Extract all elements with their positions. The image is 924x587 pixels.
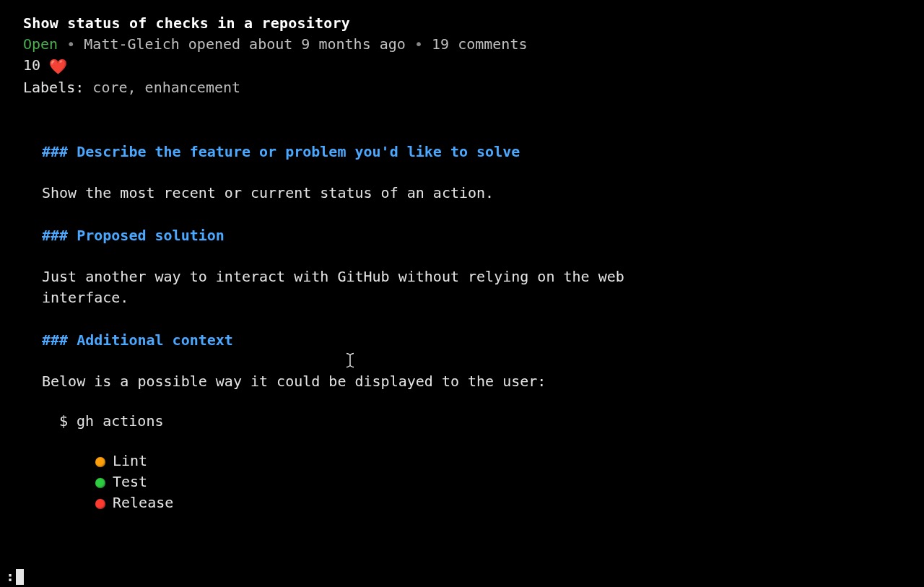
- action-name: Lint: [113, 451, 147, 471]
- issue-body: ### Describe the feature or problem you'…: [0, 98, 924, 513]
- issue-opened-relative: about 9 months ago: [249, 35, 406, 53]
- separator-dot-icon: •: [414, 35, 423, 53]
- action-name: Release: [113, 492, 173, 513]
- status-dot-icon: [95, 499, 105, 509]
- issue-header: Show status of checks in a repository Op…: [0, 13, 924, 98]
- pager-prompt-colon: :: [6, 566, 14, 587]
- example-output-list: Lint Test Release: [42, 451, 882, 513]
- issue-labels-line: Labels: core, enhancement: [23, 77, 901, 98]
- issue-comments-count: 19: [432, 35, 449, 53]
- section-text-describe: Show the most recent or current status o…: [42, 183, 706, 204]
- terminal-cursor-icon: [16, 569, 24, 585]
- labels-key: Labels:: [23, 79, 84, 96]
- pager-prompt[interactable]: :: [6, 566, 24, 587]
- reaction-count: 10: [23, 56, 40, 74]
- section-text-proposed: Just another way to interact with GitHub…: [42, 266, 706, 308]
- section-heading-context: ### Additional context: [42, 330, 882, 351]
- list-item: Test: [95, 471, 882, 492]
- terminal-screen: Show status of checks in a repository Op…: [0, 0, 924, 587]
- section-heading-proposed: ### Proposed solution: [42, 225, 882, 246]
- issue-author: Matt-Gleich: [84, 35, 179, 53]
- heart-icon: ❤️: [49, 58, 67, 75]
- issue-reactions: 10 ❤️: [23, 55, 901, 77]
- labels-values: core, enhancement: [92, 79, 240, 96]
- section-heading-describe: ### Describe the feature or problem you'…: [42, 142, 882, 162]
- opened-word: opened: [188, 35, 240, 53]
- list-item: Lint: [95, 451, 882, 471]
- issue-title: Show status of checks in a repository: [23, 13, 901, 34]
- issue-status-open: Open: [23, 35, 58, 53]
- issue-meta-line: Open • Matt-Gleich opened about 9 months…: [23, 34, 901, 55]
- separator-dot-icon: •: [66, 35, 75, 53]
- example-command: $ gh actions: [42, 411, 882, 432]
- status-dot-icon: [95, 478, 105, 488]
- section-text-context: Below is a possible way it could be disp…: [42, 371, 706, 392]
- list-item: Release: [95, 492, 882, 513]
- status-dot-icon: [95, 457, 105, 467]
- issue-comments-word: comments: [458, 35, 527, 53]
- action-name: Test: [113, 471, 147, 492]
